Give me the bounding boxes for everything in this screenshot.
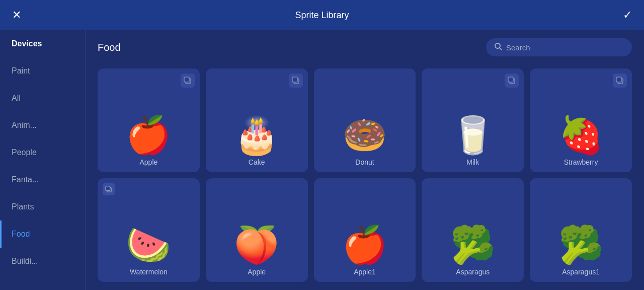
grid-item-asparagus[interactable]: 🥦Asparagus xyxy=(422,178,524,282)
copy-icon[interactable] xyxy=(181,74,195,88)
grid-item-donut[interactable]: 🍩Donut xyxy=(314,68,416,172)
grid-item-watermelon[interactable]: 🍉Watermelon xyxy=(98,178,200,282)
grid-item-apple2[interactable]: 🍑Apple xyxy=(206,178,308,282)
copy-icon[interactable] xyxy=(613,74,627,88)
search-input[interactable] xyxy=(506,43,624,52)
grid-item-apple[interactable]: 🍎Apple xyxy=(98,68,200,172)
apple2-sprite: 🍑 xyxy=(234,227,279,263)
apple1-label: Apple1 xyxy=(354,268,376,276)
svg-line-1 xyxy=(500,48,502,50)
cake-label: Cake xyxy=(249,158,265,166)
content-area: Food 🍎Apple 🎂Cake🍩Donut 🥛Milk xyxy=(86,30,644,290)
watermelon-sprite: 🍉 xyxy=(126,227,171,263)
svg-rect-3 xyxy=(184,77,189,82)
sidebar-item-food[interactable]: Food xyxy=(0,221,85,248)
apple2-label: Apple xyxy=(248,268,266,276)
sidebar-item-people[interactable]: People xyxy=(0,139,85,166)
sidebar-item-devices[interactable]: Devices xyxy=(0,30,85,57)
copy-icon[interactable] xyxy=(103,183,115,195)
strawberry-sprite: 🍓 xyxy=(558,117,604,153)
copy-icon[interactable] xyxy=(505,74,519,88)
apple1-sprite: 🍎 xyxy=(342,227,387,263)
donut-sprite: 🍩 xyxy=(342,117,387,153)
sidebar: DevicesPaintAllAnim...PeopleFanta...Plan… xyxy=(0,30,86,290)
strawberry-label: Strawberry xyxy=(564,158,598,166)
asparagus1-label: Asparagus1 xyxy=(562,268,600,276)
cake-sprite: 🎂 xyxy=(234,117,279,153)
sidebar-item-paint[interactable]: Paint xyxy=(0,57,85,85)
content-title: Food xyxy=(98,42,121,53)
sidebar-item-buildings[interactable]: Buildi... xyxy=(0,248,85,275)
milk-label: Milk xyxy=(466,158,479,166)
asparagus-sprite: 🥦 xyxy=(450,227,496,263)
sidebar-item-all[interactable]: All xyxy=(0,85,85,112)
milk-sprite: 🥛 xyxy=(450,117,496,153)
svg-rect-9 xyxy=(616,77,621,82)
confirm-button[interactable]: ✓ xyxy=(623,9,632,22)
apple-label: Apple xyxy=(139,158,157,166)
grid-item-cake[interactable]: 🎂Cake xyxy=(206,68,308,172)
search-box[interactable] xyxy=(486,38,632,56)
app-header: ✕ Sprite Library ✓ xyxy=(0,0,644,30)
svg-rect-7 xyxy=(508,77,513,82)
grid-item-milk[interactable]: 🥛Milk xyxy=(422,68,524,172)
asparagus-label: Asparagus xyxy=(456,268,490,276)
donut-label: Donut xyxy=(355,158,374,166)
watermelon-label: Watermelon xyxy=(130,268,168,276)
header-title: Sprite Library xyxy=(295,10,349,21)
grid-item-asparagus1[interactable]: 🥦Asparagus1 xyxy=(530,178,632,282)
grid-item-apple1[interactable]: 🍎Apple1 xyxy=(314,178,416,282)
grid-item-strawberry[interactable]: 🍓Strawberry xyxy=(530,68,632,172)
close-button[interactable]: ✕ xyxy=(12,9,21,22)
svg-rect-11 xyxy=(106,186,110,191)
apple-sprite: 🍎 xyxy=(126,117,171,153)
sidebar-item-animals[interactable]: Anim... xyxy=(0,112,85,139)
copy-icon[interactable] xyxy=(289,74,303,88)
sprite-grid: 🍎Apple 🎂Cake🍩Donut 🥛Milk 🍓Strawberry 🍉Wa… xyxy=(86,64,644,290)
sidebar-item-plants[interactable]: Plants xyxy=(0,193,85,221)
sidebar-item-fantasy[interactable]: Fanta... xyxy=(0,166,85,193)
search-icon xyxy=(494,42,502,52)
content-header: Food xyxy=(86,30,644,64)
main-layout: DevicesPaintAllAnim...PeopleFanta...Plan… xyxy=(0,30,644,290)
asparagus1-sprite: 🥦 xyxy=(558,227,604,263)
svg-rect-5 xyxy=(292,77,297,82)
